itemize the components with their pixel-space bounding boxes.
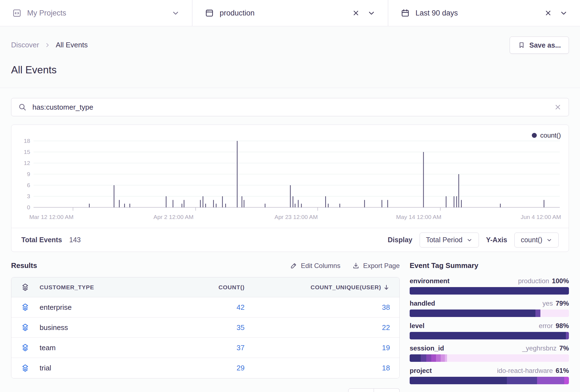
tag-distribution-bar[interactable] bbox=[410, 287, 569, 295]
tag-bar-segment bbox=[566, 332, 569, 339]
clear-search-icon[interactable] bbox=[554, 103, 562, 111]
next-page-button[interactable] bbox=[374, 388, 400, 392]
clear-date-icon[interactable] bbox=[544, 9, 552, 17]
yaxis-value: count() bbox=[521, 236, 542, 244]
total-events-label: Total Events bbox=[21, 236, 62, 244]
svg-text:9: 9 bbox=[27, 171, 30, 177]
tag-bar-segment bbox=[507, 377, 537, 384]
svg-text:3: 3 bbox=[27, 193, 30, 199]
edit-columns-button[interactable]: Edit Columns bbox=[290, 262, 340, 270]
export-page-label: Export Page bbox=[363, 262, 400, 270]
cell-count-link[interactable]: 42 bbox=[161, 303, 245, 312]
download-icon bbox=[352, 262, 360, 270]
stack-icon bbox=[21, 323, 40, 332]
yaxis-label: Y-Axis bbox=[486, 236, 507, 244]
chevron-down-icon[interactable] bbox=[560, 9, 568, 17]
export-page-button[interactable]: Export Page bbox=[352, 262, 400, 270]
tag-bar-segment bbox=[535, 310, 540, 317]
date-range-filter[interactable]: Last 90 days bbox=[388, 0, 580, 26]
stack-icon bbox=[21, 303, 40, 312]
tag-bar-segment bbox=[410, 310, 535, 317]
tag-key: level bbox=[410, 322, 424, 330]
events-chart: 0369121518Mar 12 12:00 AMApr 2 12:00 AMA… bbox=[11, 125, 569, 228]
stack-icon bbox=[21, 283, 40, 292]
tag-bar-segment bbox=[410, 377, 507, 384]
tag-top-value: production bbox=[518, 277, 549, 285]
svg-text:18: 18 bbox=[24, 138, 30, 144]
svg-text:Mar 12 12:00 AM: Mar 12 12:00 AM bbox=[29, 214, 74, 220]
tag-key: handled bbox=[410, 300, 435, 307]
chevron-right-icon bbox=[44, 42, 51, 48]
pagination bbox=[11, 388, 400, 392]
tag-key: session_id bbox=[410, 344, 444, 352]
cell-customer-type: team bbox=[40, 344, 161, 352]
display-value: Total Period bbox=[426, 236, 463, 244]
tag-bar-segment bbox=[410, 287, 569, 295]
cell-customer-type: business bbox=[40, 323, 161, 332]
results-heading: Results bbox=[11, 261, 37, 270]
tag-key: project bbox=[410, 367, 432, 375]
event-tag-summary: environmentproduction100%handledyes79%le… bbox=[410, 277, 569, 389]
cell-count-link[interactable]: 37 bbox=[161, 344, 245, 352]
tag-distribution-bar[interactable] bbox=[410, 354, 569, 362]
search-bar bbox=[11, 98, 569, 116]
svg-text:15: 15 bbox=[24, 149, 30, 155]
cell-count-unique-link[interactable]: 18 bbox=[245, 364, 390, 372]
previous-page-button[interactable] bbox=[348, 388, 374, 392]
environment-filter[interactable]: production bbox=[193, 0, 388, 26]
results-table: CUSTOMER_TYPECOUNT()COUNT_UNIQUE(USER) e… bbox=[11, 277, 400, 378]
tag-distribution-bar[interactable] bbox=[410, 377, 569, 384]
project-selector[interactable]: My Projects bbox=[0, 0, 192, 26]
tag-bar-segment bbox=[421, 354, 426, 362]
yaxis-dropdown[interactable]: count() bbox=[514, 233, 559, 247]
cell-count-link[interactable]: 29 bbox=[161, 364, 245, 372]
event-tag-summary-heading: Event Tag Summary bbox=[410, 261, 478, 270]
cell-count-unique-link[interactable]: 22 bbox=[245, 323, 390, 332]
tag-percentage: 79% bbox=[556, 300, 569, 307]
pencil-icon bbox=[290, 262, 297, 270]
tag-distribution-bar[interactable] bbox=[410, 310, 569, 317]
cell-count-unique-link[interactable]: 38 bbox=[245, 303, 390, 312]
column-header-count-unique-user[interactable]: COUNT_UNIQUE(USER) bbox=[245, 284, 390, 291]
page-title: All Events bbox=[11, 64, 569, 76]
sort-desc-icon bbox=[383, 284, 390, 291]
breadcrumb-discover[interactable]: Discover bbox=[11, 41, 39, 49]
table-row: team3719 bbox=[11, 338, 399, 358]
breadcrumb-current: All Events bbox=[56, 41, 88, 49]
cell-count-unique-link[interactable]: 19 bbox=[245, 344, 390, 352]
date-range-label: Last 90 days bbox=[415, 9, 458, 17]
tag-distribution-bar[interactable] bbox=[410, 332, 569, 339]
results-table-header: CUSTOMER_TYPECOUNT()COUNT_UNIQUE(USER) bbox=[11, 277, 399, 297]
tag-top-value: error bbox=[539, 322, 553, 330]
column-header-customer-type[interactable]: CUSTOMER_TYPE bbox=[40, 284, 161, 291]
tag-bar-segment bbox=[447, 354, 569, 362]
chevron-down-icon[interactable] bbox=[171, 9, 180, 17]
tag-bar-segment bbox=[441, 354, 445, 362]
total-events-value: 143 bbox=[69, 236, 81, 244]
legend-label: count() bbox=[540, 131, 561, 139]
table-row: trial2918 bbox=[11, 358, 399, 378]
chart-legend-count[interactable]: count() bbox=[532, 131, 561, 139]
table-row: business3522 bbox=[11, 318, 399, 338]
tag-top-value: _yeghrsbnz bbox=[522, 344, 556, 352]
tag-percentage: 7% bbox=[559, 344, 569, 352]
projects-icon bbox=[12, 8, 22, 18]
search-input[interactable] bbox=[32, 103, 548, 112]
tag-percentage: 61% bbox=[556, 367, 569, 375]
global-filter-bar: My Projects production bbox=[0, 0, 580, 26]
environment-filter-label: production bbox=[220, 9, 255, 17]
chevron-down-icon[interactable] bbox=[367, 9, 376, 17]
clear-environment-icon[interactable] bbox=[352, 9, 360, 17]
tag-percentage: 98% bbox=[556, 322, 569, 330]
cell-customer-type: trial bbox=[40, 364, 161, 372]
save-as-button[interactable]: Save as... bbox=[510, 37, 569, 54]
legend-dot bbox=[532, 133, 537, 138]
tag-top-value: ido-react-hardware bbox=[497, 367, 553, 375]
tag-row-environment: environmentproduction100% bbox=[410, 277, 569, 295]
column-header-count[interactable]: COUNT() bbox=[161, 284, 245, 291]
svg-text:6: 6 bbox=[27, 182, 30, 188]
events-chart-panel: 0369121518Mar 12 12:00 AMApr 2 12:00 AMA… bbox=[11, 125, 569, 252]
display-dropdown[interactable]: Total Period bbox=[420, 233, 479, 247]
bookmark-icon bbox=[518, 41, 525, 49]
cell-count-link[interactable]: 35 bbox=[161, 323, 245, 332]
